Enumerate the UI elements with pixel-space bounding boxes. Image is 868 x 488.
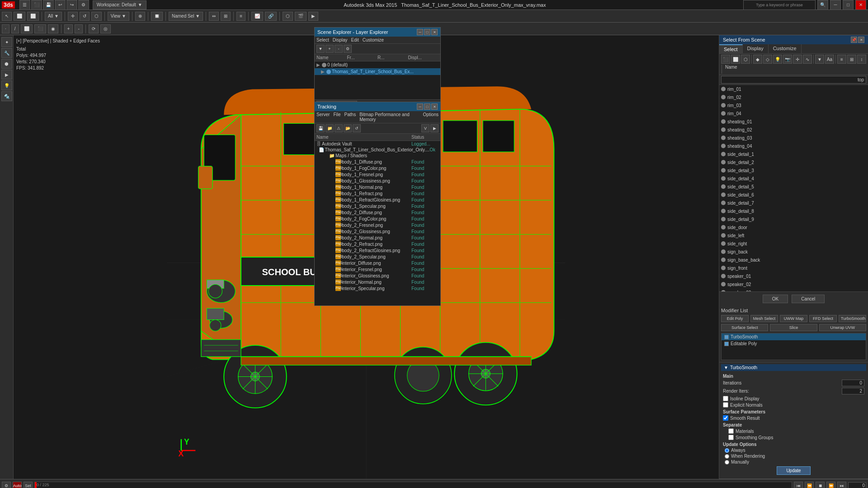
unwrap-uvw-shortcut[interactable]: Unwrap UVW xyxy=(819,324,866,331)
at-update-btn[interactable]: ↺ xyxy=(353,124,361,132)
undo-btn[interactable]: ↩ xyxy=(55,0,66,10)
scene-object-row[interactable]: side_detail_2 xyxy=(719,158,868,166)
reference-coord-btn[interactable]: View ▼ xyxy=(108,12,129,21)
at-vray-btn[interactable]: V xyxy=(421,124,429,132)
move-btn[interactable]: ✛ xyxy=(68,12,78,21)
search-input[interactable]: Type a keyword or phrase xyxy=(743,0,816,10)
asset-row[interactable]: PNGbody_1_Normal.pngFound xyxy=(315,184,440,190)
tab-select[interactable]: Select xyxy=(719,44,743,53)
se-delete-layer-btn[interactable]: - xyxy=(335,45,343,53)
asset-row[interactable]: PNGbody_1_Refract.pngFound xyxy=(315,190,440,197)
scene-object-row[interactable]: rim_03 xyxy=(719,101,868,109)
element-btn[interactable]: ◉ xyxy=(48,24,58,33)
scene-object-row[interactable]: side_detail_9 xyxy=(719,215,868,223)
edit-poly-shortcut[interactable]: Edit Poly xyxy=(721,315,749,322)
render-settings-btn[interactable]: ⚙ xyxy=(78,0,89,10)
asset-row[interactable]: PNGbody_2_FogColor.pngFound xyxy=(315,216,440,222)
close-btn[interactable]: ✕ xyxy=(855,0,866,10)
asset-row[interactable]: PNGinterior_Diffuse.pngFound xyxy=(315,260,440,266)
rotate-btn[interactable]: ↺ xyxy=(80,12,90,21)
scene-object-row[interactable]: rim_02 xyxy=(719,93,868,101)
scene-object-row[interactable]: sheating_02 xyxy=(719,126,868,134)
play-btn[interactable]: ⏮ xyxy=(794,482,803,488)
scene-object-row[interactable]: sign_front xyxy=(719,264,868,272)
time-input[interactable] xyxy=(848,482,866,488)
scene-object-row[interactable]: rim_01 xyxy=(719,85,868,93)
select-filter-btn[interactable]: All ▼ xyxy=(45,12,62,21)
curve-editor-btn[interactable]: 📈 xyxy=(251,12,263,21)
asset-row[interactable]: PNGbody_1_Glossiness.pngFound xyxy=(315,178,440,184)
auto-key-btn[interactable]: Auto xyxy=(13,482,22,488)
window-crossing-btn[interactable]: ⬜ xyxy=(27,12,39,21)
scene-object-row[interactable]: sheating_04 xyxy=(719,142,868,150)
always-radio-input[interactable] xyxy=(725,448,729,453)
update-button[interactable]: Update xyxy=(777,466,810,475)
vertex-btn[interactable]: · xyxy=(2,24,9,33)
se-close-btn[interactable]: ✕ xyxy=(431,29,438,35)
se-restore-btn[interactable]: □ xyxy=(424,29,430,35)
asset-row[interactable]: PNGbody_1_Diffuse.pngFound xyxy=(315,159,440,165)
stop-btn[interactable]: ⏹ xyxy=(816,482,825,488)
sfs-cameras-btn[interactable]: 📷 xyxy=(783,55,792,64)
at-folder-btn[interactable]: 📁 xyxy=(326,124,334,132)
scene-object-row[interactable]: side_detail_4 xyxy=(719,174,868,183)
se-options-btn[interactable]: ⚙ xyxy=(344,45,352,53)
scene-object-row[interactable]: side_left xyxy=(719,231,868,239)
se-menu-select[interactable]: Select xyxy=(316,38,329,42)
scene-object-row[interactable]: speaker_01 xyxy=(719,272,868,280)
asset-row[interactable]: PNGinterior_Normal.pngFound xyxy=(315,279,440,285)
key-filter-btn[interactable]: ⚙ xyxy=(2,482,11,488)
sfs-list-btn[interactable]: ≡ xyxy=(837,55,846,64)
asset-row[interactable]: PNGbody_2_Refract.pngFound xyxy=(315,241,440,247)
at-missing-btn[interactable]: ⚠ xyxy=(335,124,343,132)
sfs-sort-btn[interactable]: ↕ xyxy=(857,55,866,64)
sfs-helpers-btn[interactable]: ✛ xyxy=(793,55,802,64)
loop-sel-btn[interactable]: ⟳ xyxy=(89,24,99,33)
prev-frame-btn[interactable]: ⏪ xyxy=(805,482,814,488)
end-btn[interactable]: ⏭ xyxy=(837,482,846,488)
scene-object-list[interactable]: rim_01rim_02rim_03rim_04sheating_01sheat… xyxy=(719,85,868,291)
pin-btn[interactable]: 📌 xyxy=(851,37,857,43)
shrink-sel-btn[interactable]: - xyxy=(75,24,82,33)
scene-object-row[interactable]: side_detail_1 xyxy=(719,150,868,158)
scene-object-row[interactable]: sheating_03 xyxy=(719,134,868,142)
menu-icon-2[interactable]: ⬛ xyxy=(31,0,42,10)
explicit-normals-checkbox[interactable] xyxy=(723,402,728,408)
layer-manager-btn[interactable]: ≡ xyxy=(236,12,245,21)
turbosm-title[interactable]: ▼ TurboSmooth xyxy=(721,364,866,371)
at-save-btn[interactable]: 💾 xyxy=(316,124,325,132)
asset-row[interactable]: PNGbody_2_Fresnel.pngFound xyxy=(315,222,440,228)
scene-object-row[interactable]: side_detail_5 xyxy=(719,183,868,191)
turbosmooth-shortcut[interactable]: TurboSmooth xyxy=(839,315,866,322)
display-btn[interactable]: 💡 xyxy=(1,80,12,90)
min-btn[interactable]: ─ xyxy=(830,0,841,10)
menu-icon-3[interactable]: 💾 xyxy=(43,0,54,10)
scene-object-row[interactable]: speaker_02 xyxy=(719,280,868,288)
sfs-deselect-btn[interactable]: ⬜ xyxy=(731,55,740,64)
when-rendering-radio-input[interactable] xyxy=(725,454,729,459)
scene-object-row[interactable]: sign_back xyxy=(719,248,868,256)
surface-select-shortcut[interactable]: Surface Select xyxy=(721,324,768,331)
mod-check-turbosm[interactable] xyxy=(724,335,729,339)
render-scene-btn[interactable]: 🎬 xyxy=(295,12,307,21)
workspace-selector[interactable]: Workspace: Default ▼ xyxy=(93,0,146,9)
align-btn[interactable]: ⊞ xyxy=(221,12,231,21)
at-close-btn[interactable]: ✕ xyxy=(431,103,438,110)
turbosm-modifier-item[interactable]: TurboSmooth xyxy=(722,333,866,340)
poly-btn[interactable]: ⬛ xyxy=(34,24,46,33)
named-select-btn[interactable]: Named Sel ▼ xyxy=(169,12,203,21)
asset-row[interactable]: PNGbody_1_Fresnel.pngFound xyxy=(315,171,440,178)
sfs-geometry-btn[interactable]: ◆ xyxy=(753,55,762,64)
timeline[interactable]: 0 / 225 xyxy=(34,482,792,488)
scene-object-row[interactable]: speaker_03 xyxy=(719,288,868,291)
pivot-btn[interactable]: ⊕ xyxy=(135,12,145,21)
schematic-view-btn[interactable]: 🔗 xyxy=(265,12,277,21)
iterations-input[interactable] xyxy=(842,380,864,386)
asset-row[interactable]: PNGbody_2_Normal.pngFound xyxy=(315,235,440,241)
asset-row[interactable]: PNGinterior_Specular.pngFound xyxy=(315,285,440,291)
sfs-filter-btn[interactable]: ▼ xyxy=(815,55,824,64)
asset-row[interactable]: 📄Thomas_Saf_T_Liner_School_Bus_Exterior_… xyxy=(315,147,440,153)
se-layer-default[interactable]: ▶ 0 (default) xyxy=(315,61,440,68)
se-menu-edit[interactable]: Edit xyxy=(351,38,359,42)
ffd-select-shortcut[interactable]: FFD Select xyxy=(809,315,837,322)
